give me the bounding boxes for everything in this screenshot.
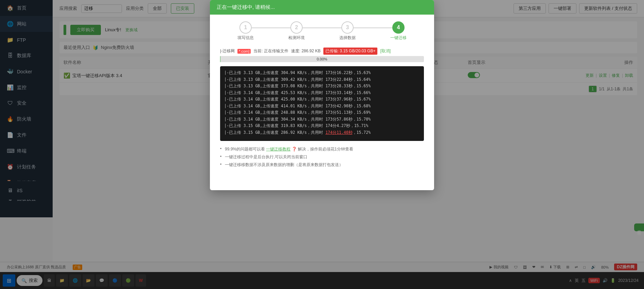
- log-line: |-已上传 3.13 GB,上传速度 304.94 KB/s，共用时 173分1…: [224, 70, 420, 76]
- modal-header: 正在一键迁移中, 请稍候...: [210, 0, 434, 15]
- step-num-3: 3: [346, 24, 349, 31]
- log-terminal: |-已上传 3.13 GB,上传速度 304.94 KB/s，共用时 173分1…: [220, 66, 424, 141]
- log-line: |-已上传 3.14 GB,上传速度 248.88 KB/s，共用时 173分5…: [224, 109, 420, 116]
- tip-2-text: 一键迁移过程中是后台执行,可以关闭当前窗口: [225, 155, 307, 159]
- log-line: |-已上传 3.15 GB,上传速度 286.92 KB/s，共用时 174分1…: [224, 129, 420, 136]
- tips-area: 99.9%的问题都可以看 一键迁移教程 ❓ 解决，操作前必须花1分钟查看 一键迁…: [220, 146, 424, 168]
- transfer-info-text: |-迁移网: [220, 48, 235, 54]
- progress-bar-fill: [220, 56, 220, 62]
- tip-1-text: 99.9%的问题都可以看: [225, 147, 265, 151]
- transfer-progress-label: 已传输: 3.15 GB/20.03 GB+: [323, 48, 378, 55]
- log-line: |-已上传 3.14 GB,上传速度 304.34 KB/s，共用时 173分5…: [224, 116, 420, 123]
- step-circle-2: 2: [290, 21, 303, 34]
- step-circle-1: 1: [239, 21, 252, 34]
- log-line: |-已上传 3.15 GB,上传速度 319.83 KB/s，共用时 174分4…: [224, 123, 420, 129]
- progress-text: 0.00%: [317, 56, 327, 62]
- migration-modal: 正在一键迁移中, 请稍候... 1 填写信息 2 检测环境: [210, 0, 434, 190]
- migration-tutorial-link[interactable]: 一键迁移教程: [266, 147, 290, 151]
- modal-body: 1 填写信息 2 检测环境 3 选择数据: [210, 15, 434, 177]
- log-line: |-已上传 3.14 GB,上传速度 414.01 KB/s，共用时 173分4…: [224, 103, 420, 110]
- step-circle-3: 3: [341, 21, 354, 34]
- step-3: 3 选择数据: [322, 21, 373, 41]
- log-line: |-已上传 3.14 GB,上传速度 425.00 KB/s，共用时 173分3…: [224, 96, 420, 103]
- transfer-current: 当前: 正在传输文件: [253, 48, 288, 54]
- tip-1: 99.9%的问题都可以看 一键迁移教程 ❓ 解决，操作前必须花1分钟查看: [220, 146, 424, 152]
- cancel-link[interactable]: [取消]: [380, 48, 391, 54]
- tip-1-text2: 解决，操作前必须花1分钟查看: [298, 147, 353, 151]
- step-2: 2 检测环境: [271, 21, 322, 41]
- tip-3: 一键迁移移数据不涉及原来数据的增删（是将原来数据打包发送）: [220, 162, 424, 168]
- step-label-4: 一键迁移: [390, 35, 407, 41]
- stepper: 1 填写信息 2 检测环境 3 选择数据: [220, 21, 424, 41]
- step-num-4: 4: [397, 24, 400, 31]
- step-circle-4: 4: [392, 21, 405, 34]
- tip-2: 一键迁移过程中是后台执行,可以关闭当前窗口: [220, 154, 424, 160]
- progress-bar: 0.00%: [220, 56, 424, 62]
- modal-overlay: 正在一键迁移中, 请稍候... 1 填写信息 2 检测环境: [0, 0, 644, 289]
- tip-1-icon: ❓: [292, 147, 297, 151]
- step-label-3: 选择数据: [339, 35, 356, 41]
- transfer-info: |-迁移网 *.com] 当前: 正在传输文件 速度: 286.92 KB 已传…: [220, 48, 424, 55]
- step-num-1: 1: [244, 24, 247, 31]
- step-4: 4 一键迁移: [373, 21, 424, 41]
- modal-title: 正在一键迁移中, 请稍候...: [217, 4, 275, 11]
- step-num-2: 2: [295, 24, 298, 31]
- progress-area: |-迁移网 *.com] 当前: 正在传输文件 速度: 286.92 KB 已传…: [220, 48, 424, 62]
- log-line: |-已上传 3.13 GB,上传速度 373.08 KB/s，共用时 173分2…: [224, 83, 420, 90]
- step-label-1: 填写信息: [237, 35, 254, 41]
- log-line: |-已上传 3.13 GB,上传速度 309.42 KB/s，共用时 173分2…: [224, 76, 420, 83]
- transfer-host: *.com]: [237, 49, 251, 54]
- transfer-speed: 速度: 286.92 KB: [291, 48, 321, 54]
- tip-3-text: 一键迁移移数据不涉及原来数据的增删（是将原来数据打包发送）: [225, 162, 343, 167]
- log-line: |-已上传 3.14 GB,上传速度 425.53 KB/s，共用时 173分3…: [224, 90, 420, 96]
- step-1: 1 填写信息: [220, 21, 271, 41]
- step-label-2: 检测环境: [288, 35, 305, 41]
